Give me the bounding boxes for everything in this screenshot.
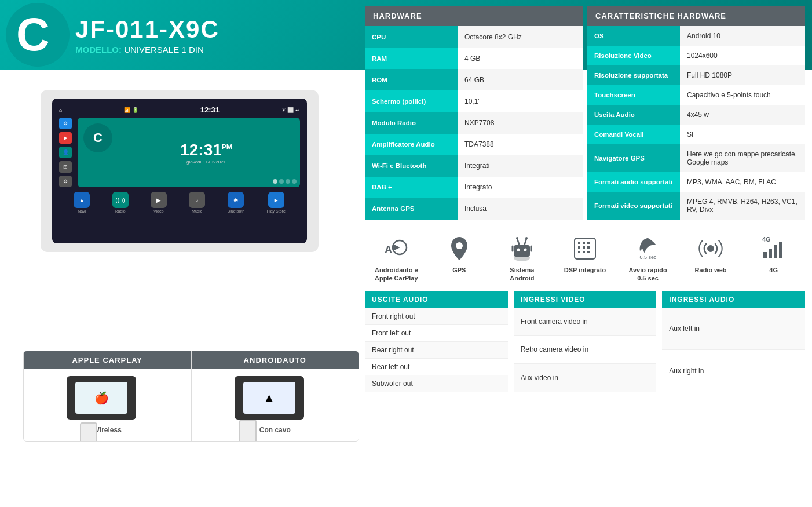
- androidauto-carplay-icon-label: Androidauto eApple CarPlay: [375, 266, 418, 283]
- model-sub: MODELLO: UNIVERSALE 1 DIN: [75, 45, 220, 54]
- screen-icon-5: ⚙: [59, 176, 72, 187]
- table-row: CPUOctacore 8x2 GHz: [365, 26, 583, 48]
- svg-rect-14: [583, 242, 585, 244]
- car-key-4: Uscita Audio: [587, 105, 680, 125]
- header-title-area: JF-011-X9C MODELLO: UNIVERSALE 1 DIN: [75, 16, 220, 54]
- left-panel: ⌂ 📶 🔋 12:31 ☀ ⬜ ↩ ⚙ ▶ 👤 ⊞ ⚙ C: [12, 78, 348, 343]
- svg-rect-26: [774, 245, 777, 258]
- ingressi-audio-table: INGRESSI AUDIO Aux left inAux right in: [662, 291, 805, 392]
- ingaudio-row-0: Aux left in: [662, 308, 805, 350]
- screen-app-bluetooth: ✱ Bluetooth: [228, 192, 245, 213]
- svg-point-3: [456, 242, 463, 249]
- androidauto-screen: ▲: [235, 376, 304, 420]
- dsp-icon-label: DSP integrato: [564, 266, 606, 274]
- hw-key-7: DAB +: [365, 177, 458, 198]
- hardware-title: HARDWARE: [365, 6, 583, 26]
- radio-icon: Radio web: [682, 234, 740, 274]
- 4g-icon-circle: 4G: [759, 234, 789, 264]
- dsp-icon-circle: [570, 234, 600, 264]
- screen-time: 12:31: [200, 105, 220, 114]
- table-row: DAB +Integrato: [365, 177, 583, 198]
- svg-point-23: [707, 245, 714, 252]
- androidauto-device: ▲: [235, 376, 316, 422]
- svg-point-7: [524, 249, 527, 251]
- svg-rect-18: [587, 246, 590, 249]
- list-item: Front left out: [365, 324, 508, 341]
- ingressi-audio-title: INGRESSI AUDIO: [662, 291, 805, 308]
- android-icon-circle: [507, 234, 537, 264]
- svg-rect-20: [583, 251, 585, 253]
- android-icon-label: SistemaAndroid: [510, 266, 534, 283]
- hw-key-3: Schermo (pollici): [365, 90, 458, 112]
- hw-val-4: NXP7708: [458, 112, 583, 133]
- carplay-section: APPLE CARPLAY 🍎 Wireless: [24, 351, 191, 441]
- radio-icon-circle: [696, 234, 726, 264]
- hw-val-3: 10,1": [458, 90, 583, 112]
- uscite-row-0: Front right out: [365, 308, 508, 325]
- screen-app-navi: ▲ Navi: [74, 192, 90, 213]
- caratteristiche-title: CARATTERISTICHE HARDWARE: [587, 6, 805, 26]
- bluetooth-icon: ✱: [228, 192, 244, 208]
- screen-icon-4: ⊞: [59, 161, 72, 173]
- table-row: Navigatore GPSHere we go con mappe preca…: [587, 144, 805, 172]
- screen-topbar: ⌂ 📶 🔋 12:31 ☀ ⬜ ↩: [59, 105, 300, 114]
- ingvideo-row-2: Aux video in: [514, 364, 657, 392]
- logo-circle: C: [6, 3, 70, 67]
- svg-rect-24: [763, 252, 767, 258]
- svg-rect-21: [587, 251, 590, 253]
- hw-val-6: Integrati: [458, 155, 583, 177]
- table-row: Risoluzione supportataFull HD 1080P: [587, 65, 805, 85]
- list-item: Retro camera video in: [514, 335, 657, 363]
- car-key-0: OS: [587, 26, 680, 46]
- 4g-icon-label: 4G: [769, 266, 778, 274]
- avvio-icon-circle: 0.5 sec: [633, 234, 663, 264]
- list-item: Aux video in: [514, 364, 657, 392]
- svg-point-6: [517, 249, 520, 251]
- music-icon: ♪: [189, 192, 205, 208]
- hw-val-0: Octacore 8x2 GHz: [458, 26, 583, 48]
- avvio-icon: 0.5 sec Avvio rapido0.5 sec: [619, 234, 677, 283]
- ingvideo-row-1: Retro camera video in: [514, 335, 657, 363]
- car-key-2: Risoluzione supportata: [587, 65, 680, 85]
- table-row: Risoluzione Video1024x600: [587, 46, 805, 65]
- gps-icon-circle: [444, 234, 474, 264]
- right-panel: HARDWARE CPUOctacore 8x2 GHzRAM4 GBROM64…: [365, 6, 805, 392]
- radio-icon-label: Radio web: [695, 266, 727, 274]
- screen-app-radio: ((·)) Radio: [112, 192, 129, 213]
- svg-rect-16: [578, 246, 580, 249]
- ingressi-video-table: INGRESSI VIDEO Front camera video inRetr…: [514, 291, 657, 392]
- uscite-row-4: Subwofer out: [365, 375, 508, 392]
- carplay-phone: [80, 422, 97, 442]
- table-row: RAM4 GB: [365, 48, 583, 69]
- screen-home-icon: ⌂: [59, 107, 62, 113]
- uscite-audio-table: USCITE AUDIO Front right outFront left o…: [365, 291, 508, 392]
- car-val-0: Android 10: [680, 26, 805, 46]
- carplay-body: 🍎 Wireless: [24, 369, 191, 441]
- dsp-icon: DSP integrato: [556, 234, 614, 274]
- carplay-androidauto-section: APPLE CARPLAY 🍎 Wireless ANDROIDAUTO: [23, 351, 359, 442]
- navi-icon: ▲: [74, 192, 90, 208]
- hw-key-4: Modulo Radio: [365, 112, 458, 133]
- car-val-6: Here we go con mappe precaricate. Google…: [680, 144, 805, 172]
- carplay-device: 🍎: [67, 376, 148, 422]
- car-key-5: Comandi Vocali: [587, 125, 680, 144]
- table-row: TouchscreenCapacitivo e 5-points touch: [587, 85, 805, 105]
- caratteristiche-table: CARATTERISTICHE HARDWARE OSAndroid 10Ris…: [587, 6, 805, 220]
- screen-logo: C: [83, 123, 112, 152]
- list-item: Rear right out: [365, 341, 508, 358]
- table-row: Comandi VocaliSI: [587, 125, 805, 144]
- list-item: Aux right in: [662, 349, 805, 392]
- screen-status-icons: 📶 🔋: [124, 107, 138, 113]
- car-val-3: Capacitivo e 5-points touch: [680, 85, 805, 105]
- list-item: Rear left out: [365, 358, 508, 375]
- androidauto-carplay-icon-circle: A▶: [381, 234, 411, 264]
- screen-apps: ▲ Navi ((·)) Radio ▶ Video ♪ Music ✱ B: [59, 192, 300, 213]
- car-val-4: 4x45 w: [680, 105, 805, 125]
- androidauto-header: ANDROIDAUTO: [192, 351, 359, 369]
- screen-center: C 12:31PM giovedì 11/02/2021: [78, 118, 300, 187]
- screen-date: giovedì 11/02/2021: [180, 159, 232, 165]
- svg-point-11: [525, 237, 528, 239]
- playstore-icon: ►: [268, 192, 284, 208]
- video-icon: ▶: [151, 192, 167, 208]
- uscite-row-2: Rear right out: [365, 341, 508, 358]
